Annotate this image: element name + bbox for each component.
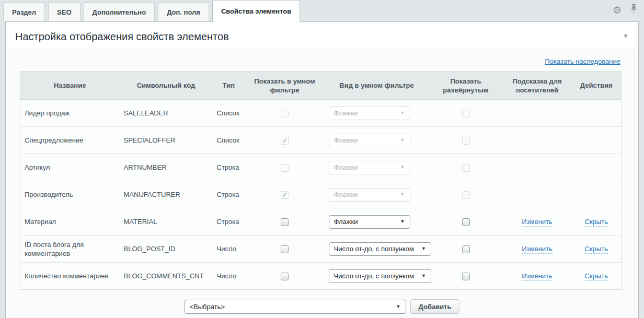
- title-row: Настройка отображения свойств элементов …: [6, 22, 638, 50]
- filter-view-value: Флажки: [334, 217, 358, 226]
- properties-table: Название Символьный код Тип Показать в у…: [20, 71, 622, 290]
- table-row: Количество комментариев BLOG_COMMENTS_CN…: [20, 263, 622, 290]
- property-code: MANUFACTURER: [120, 181, 213, 208]
- property-name: Спецпредложение: [20, 127, 120, 154]
- property-type: Список: [213, 100, 245, 127]
- page-title: Настройка отображения свойств элементов: [15, 30, 229, 43]
- column-header-show-in-filter: Показать в умном фильтре: [245, 72, 325, 100]
- show-expanded-checkbox: [462, 110, 470, 117]
- pin-icon[interactable]: [630, 4, 638, 16]
- property-code: ARTNUMBER: [120, 154, 213, 181]
- show-in-filter-checkbox: [281, 110, 289, 117]
- collapse-section-icon[interactable]: ▼: [620, 30, 631, 42]
- show-in-filter-checkbox: [281, 137, 289, 145]
- show-inheritance-link[interactable]: Показать наследование: [545, 57, 620, 65]
- inheritance-row: Показать наследование: [9, 56, 635, 69]
- filter-view-value: Флажки: [334, 136, 358, 145]
- add-button[interactable]: Добавить: [410, 299, 460, 314]
- property-picker-value: <Выбрать>: [190, 303, 225, 311]
- column-header-name: Название: [20, 72, 120, 100]
- show-in-filter-checkbox[interactable]: [281, 218, 289, 226]
- tab-section[interactable]: Раздел: [3, 2, 45, 21]
- table-row: ID поста блога для комментариев BLOG_POS…: [20, 235, 622, 263]
- show-expanded-checkbox: [462, 164, 470, 172]
- column-header-type: Тип: [213, 72, 245, 100]
- chevron-down-icon: ▼: [414, 272, 426, 280]
- show-expanded-checkbox: [462, 191, 470, 199]
- edit-hint-link[interactable]: Изменить: [522, 272, 553, 281]
- chevron-down-icon: ▼: [414, 244, 426, 253]
- property-type: Число: [213, 263, 245, 290]
- filter-view-value: Флажки: [334, 109, 358, 117]
- chevron-down-icon: ▼: [393, 217, 405, 226]
- add-property-row: <Выбрать> ▼ Добавить: [9, 299, 635, 314]
- property-type: Число: [213, 235, 245, 263]
- pushpin-glyph: [630, 4, 638, 14]
- chevron-down-icon: ▼: [389, 304, 401, 309]
- property-name: Лидер продаж: [20, 100, 120, 127]
- table-row: Артикул ARTNUMBER Строка Флажки ▼: [20, 154, 622, 181]
- table-row: Производитель MANUFACTURER Строка Флажки…: [20, 181, 622, 208]
- filter-view-select: Флажки ▼: [329, 107, 410, 120]
- topbar-icons: ⚙: [613, 4, 638, 16]
- property-name: Количество комментариев: [20, 263, 120, 290]
- filter-view-select[interactable]: Флажки ▼: [329, 215, 410, 229]
- table-row: Лидер продаж SALELEADER Список Флажки ▼: [20, 100, 622, 127]
- chevron-down-icon: ▼: [393, 163, 405, 172]
- filter-view-select: Флажки ▼: [329, 134, 410, 147]
- property-code: SALELEADER: [120, 100, 213, 127]
- table-body: Лидер продаж SALELEADER Список Флажки ▼ …: [20, 100, 622, 290]
- filter-view-select: Флажки ▼: [329, 188, 410, 202]
- filter-view-select: Флажки ▼: [329, 161, 410, 174]
- column-header-code: Символьный код: [120, 72, 213, 100]
- tab-bar: Раздел SEO Дополнительно Доп. поля Свойс…: [0, 0, 644, 21]
- edit-hint-link[interactable]: Изменить: [522, 218, 553, 227]
- tab-extra-fields[interactable]: Доп. поля: [158, 2, 209, 21]
- content-panel: Настройка отображения свойств элементов …: [5, 21, 639, 318]
- settings-panel: Показать наследование Название Символьны…: [9, 50, 635, 318]
- hide-link[interactable]: Скрыть: [585, 218, 608, 227]
- edit-hint-link[interactable]: Изменить: [522, 245, 553, 254]
- show-in-filter-checkbox: [281, 164, 289, 172]
- property-code: MATERIAL: [120, 208, 213, 235]
- table-header-row: Название Символьный код Тип Показать в у…: [20, 72, 622, 100]
- column-header-filter-view: Вид в умном фильтре: [325, 72, 429, 100]
- show-expanded-checkbox[interactable]: [462, 273, 470, 280]
- hide-link[interactable]: Скрыть: [585, 245, 608, 254]
- filter-view-value: Флажки: [334, 190, 358, 199]
- property-type: Строка: [213, 154, 245, 181]
- table-row: Спецпредложение SPECIALOFFER Список Флаж…: [20, 127, 622, 154]
- property-code: SPECIALOFFER: [120, 127, 213, 154]
- show-expanded-checkbox: [462, 137, 470, 145]
- property-name: ID поста блога для комментариев: [20, 235, 120, 263]
- chevron-down-icon: ▼: [393, 136, 405, 145]
- show-in-filter-checkbox[interactable]: [281, 245, 289, 253]
- table-row: Материал MATERIAL Строка Флажки ▼ Измени…: [20, 208, 622, 235]
- show-in-filter-checkbox[interactable]: [281, 273, 289, 280]
- column-header-actions: Действия: [572, 72, 622, 100]
- filter-view-select[interactable]: Число от-до, с ползунком ▼: [329, 242, 431, 256]
- tab-additional[interactable]: Дополнительно: [84, 2, 155, 21]
- filter-view-value: Число от-до, с ползунком: [334, 272, 414, 280]
- property-code: BLOG_POST_ID: [120, 235, 213, 263]
- tab-seo[interactable]: SEO: [48, 2, 80, 21]
- property-code: BLOG_COMMENTS_CNT: [120, 263, 213, 290]
- show-in-filter-checkbox: [281, 191, 289, 199]
- property-name: Артикул: [20, 154, 120, 181]
- hide-link[interactable]: Скрыть: [585, 272, 608, 281]
- property-picker-select[interactable]: <Выбрать> ▼: [185, 300, 406, 314]
- column-header-visitor-hint: Подсказка для посетителей: [503, 72, 572, 100]
- filter-view-select[interactable]: Число от-до, с ползунком ▼: [329, 269, 431, 283]
- gear-icon[interactable]: ⚙: [613, 5, 622, 15]
- tab-element-properties[interactable]: Свойства элементов: [212, 0, 300, 22]
- property-name: Материал: [20, 208, 120, 235]
- property-name: Производитель: [20, 181, 120, 208]
- show-expanded-checkbox[interactable]: [462, 218, 470, 226]
- property-type: Строка: [213, 181, 245, 208]
- column-header-show-expanded: Показать развёрнутым: [429, 72, 503, 100]
- property-type: Строка: [213, 208, 245, 235]
- show-expanded-checkbox[interactable]: [462, 245, 470, 253]
- filter-view-value: Флажки: [334, 163, 358, 172]
- filter-view-value: Число от-до, с ползунком: [334, 244, 414, 253]
- chevron-down-icon: ▼: [393, 190, 405, 199]
